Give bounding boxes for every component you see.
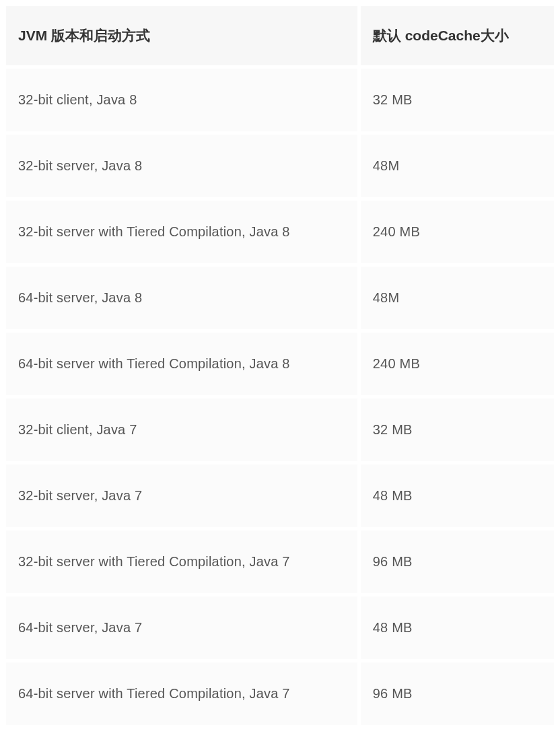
cell-jvm: 64-bit server with Tiered Compilation, J… (6, 333, 357, 395)
table-row: 64-bit server, Java 7 48 MB (6, 596, 554, 659)
cell-size: 48M (361, 135, 554, 197)
cell-size: 32 MB (361, 69, 554, 131)
table-row: 32-bit server, Java 7 48 MB (6, 465, 554, 527)
cell-size: 48 MB (361, 596, 554, 659)
header-row: JVM 版本和启动方式 默认 codeCache大小 (6, 6, 554, 65)
cell-size: 96 MB (361, 662, 554, 725)
table-row: 32-bit server with Tiered Compilation, J… (6, 201, 554, 263)
table-row: 32-bit client, Java 7 32 MB (6, 399, 554, 461)
codecache-table: JVM 版本和启动方式 默认 codeCache大小 32-bit client… (3, 3, 557, 728)
header-jvm: JVM 版本和启动方式 (6, 6, 357, 65)
cell-jvm: 32-bit server, Java 8 (6, 135, 357, 197)
cell-jvm: 32-bit server with Tiered Compilation, J… (6, 531, 357, 593)
cell-size: 96 MB (361, 531, 554, 593)
table-row: 32-bit server with Tiered Compilation, J… (6, 531, 554, 593)
cell-size: 240 MB (361, 201, 554, 263)
table-row: 64-bit server with Tiered Compilation, J… (6, 662, 554, 725)
cell-size: 48M (361, 267, 554, 329)
cell-size: 32 MB (361, 399, 554, 461)
table-row: 32-bit client, Java 8 32 MB (6, 69, 554, 131)
cell-jvm: 32-bit client, Java 7 (6, 399, 357, 461)
cell-jvm: 64-bit server, Java 7 (6, 596, 357, 659)
cell-jvm: 32-bit server, Java 7 (6, 465, 357, 527)
cell-size: 240 MB (361, 333, 554, 395)
cell-jvm: 64-bit server, Java 8 (6, 267, 357, 329)
table-row: 64-bit server, Java 8 48M (6, 267, 554, 329)
table-row: 64-bit server with Tiered Compilation, J… (6, 333, 554, 395)
cell-jvm: 64-bit server with Tiered Compilation, J… (6, 662, 357, 725)
header-size: 默认 codeCache大小 (361, 6, 554, 65)
cell-size: 48 MB (361, 465, 554, 527)
cell-jvm: 32-bit client, Java 8 (6, 69, 357, 131)
cell-jvm: 32-bit server with Tiered Compilation, J… (6, 201, 357, 263)
table-row: 32-bit server, Java 8 48M (6, 135, 554, 197)
